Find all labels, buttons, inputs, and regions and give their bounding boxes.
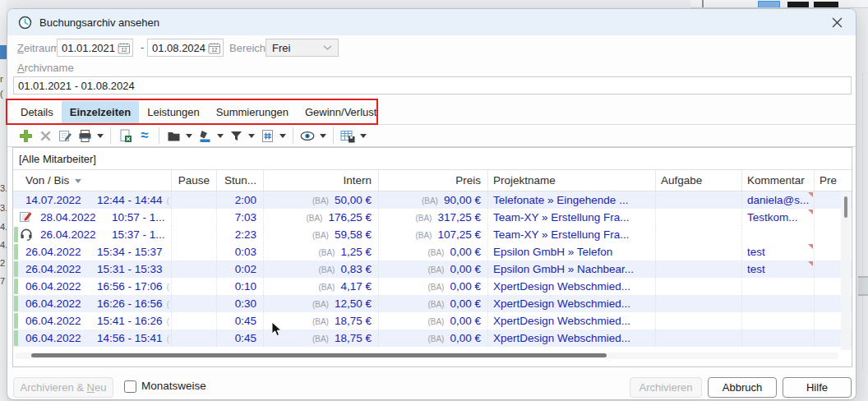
highlight-dropdown-icon[interactable] bbox=[215, 127, 226, 145]
employee-filter-label: [Alle Mitarbeiter] bbox=[13, 148, 852, 170]
eye-dropdown-icon[interactable] bbox=[317, 127, 329, 145]
cell-pause bbox=[172, 226, 217, 243]
cell-projektname: Epsilon GmbH » Telefon bbox=[488, 243, 656, 260]
title-bar[interactable]: Buchungsarchiv ansehen bbox=[7, 9, 856, 35]
column-header-pause[interactable]: Pause bbox=[172, 170, 217, 191]
cell-kommentar bbox=[742, 295, 815, 312]
close-icon[interactable] bbox=[831, 16, 843, 29]
background-text-fragment: 4. bbox=[0, 240, 7, 250]
help-button[interactable]: Hilfe bbox=[783, 377, 852, 398]
cell-von-bis: 14.07.202212:44 - 14:44( bbox=[13, 191, 172, 209]
tab-bar: Details Einzelzeiten Leistungen Summieru… bbox=[12, 101, 385, 124]
date-from-input[interactable] bbox=[58, 42, 116, 54]
archive-button[interactable]: Archivieren bbox=[630, 377, 702, 398]
cell-preis: (BA)107,25 € bbox=[379, 226, 488, 243]
calendar-icon[interactable]: 12 bbox=[206, 39, 223, 56]
zeitraum-label: Zeitraum bbox=[17, 42, 59, 54]
dialog-buchungsarchiv-ansehen: Buchungsarchiv ansehen Zeitraum 12 - 12 … bbox=[7, 8, 856, 400]
cell-aufgabe bbox=[656, 243, 742, 260]
monatsweise-checkbox[interactable] bbox=[124, 380, 136, 393]
folder-icon[interactable] bbox=[164, 127, 183, 145]
excel-export-icon[interactable] bbox=[115, 127, 135, 145]
cell-projektname: XpertDesign Webschmied... bbox=[488, 312, 656, 330]
cell-preis: (BA)0,00 € bbox=[379, 295, 488, 312]
table-header-row: Von / Bis Pause Stun... Intern Preis Pro… bbox=[13, 170, 852, 191]
table-row[interactable]: 06.04.202216:56 - 17:06( 0:10 (BA)4,17 €… bbox=[13, 278, 852, 295]
table-row[interactable]: 26.04.202215:37 - 1... 2:23 (BA)59,58 € … bbox=[13, 226, 852, 243]
cell-stunden: 0:45 bbox=[217, 330, 264, 347]
column-header-aufgabe[interactable]: Aufgabe bbox=[656, 170, 742, 191]
archive-and-new-button[interactable]: Archivieren & Neu bbox=[13, 377, 113, 398]
toolbar-separator bbox=[293, 127, 293, 144]
vertical-scrollbar[interactable] bbox=[841, 191, 851, 350]
date-to-input[interactable] bbox=[148, 42, 206, 54]
add-icon[interactable] bbox=[16, 127, 35, 145]
cell-projektname: Team-XY » Erstellung Fra... bbox=[488, 226, 656, 243]
print-dropdown-icon[interactable] bbox=[95, 127, 106, 145]
background-text-fragment: 4. bbox=[0, 222, 7, 232]
tab-summierungen[interactable]: Summierungen bbox=[208, 101, 297, 124]
table-row[interactable]: 06.04.202214:56 - 15:41( 0:45 (BA)18,75 … bbox=[13, 330, 852, 347]
number-format-dropdown-icon[interactable] bbox=[277, 127, 289, 145]
table-save-icon[interactable] bbox=[338, 127, 358, 145]
column-header-intern[interactable]: Intern bbox=[264, 170, 379, 191]
tab-leistungen[interactable]: Leistungen bbox=[139, 101, 208, 124]
bereich-select[interactable]: Frei bbox=[265, 39, 339, 57]
cancel-button[interactable]: Abbruch bbox=[708, 377, 777, 398]
print-icon[interactable] bbox=[75, 127, 95, 145]
tab-einzelzeiten[interactable]: Einzelzeiten bbox=[62, 101, 139, 124]
edit-icon[interactable] bbox=[55, 127, 75, 145]
cell-stunden: 2:23 bbox=[217, 226, 264, 243]
background-grid-line bbox=[862, 74, 864, 370]
tab-details[interactable]: Details bbox=[12, 101, 62, 124]
cell-stunden: 0:30 bbox=[217, 295, 264, 312]
cell-intern: (BA)0,83 € bbox=[264, 260, 379, 278]
date-from-field[interactable]: 12 bbox=[57, 39, 133, 57]
folder-dropdown-icon[interactable] bbox=[183, 127, 195, 145]
column-header-von-bis[interactable]: Von / Bis bbox=[13, 170, 172, 191]
table-row[interactable]: 06.04.202215:41 - 16:26( 0:45 (BA)18,75 … bbox=[13, 312, 852, 330]
background-text-fragment: ( bbox=[0, 89, 3, 99]
cell-aufgabe bbox=[656, 312, 742, 330]
tab-gewinn-verlust[interactable]: Gewinn/Verlust bbox=[297, 101, 385, 124]
table-row[interactable]: 14.07.202212:44 - 14:44( 2:00 (BA)50,00 … bbox=[13, 191, 852, 209]
filter-icon[interactable] bbox=[226, 127, 246, 145]
column-header-preis-2[interactable]: Pre bbox=[815, 170, 842, 191]
number-format-icon[interactable] bbox=[257, 127, 277, 145]
date-to-field[interactable]: 12 bbox=[147, 39, 224, 57]
approx-icon[interactable]: ≈ bbox=[135, 127, 155, 145]
background-toolbar-button-fragment bbox=[758, 1, 780, 8]
table-row[interactable]: 28.04.202210:57 - 1... 7:03 (BA)176,25 €… bbox=[13, 209, 852, 226]
cell-intern: (BA)176,25 € bbox=[264, 209, 379, 226]
toolbar: ≈ bbox=[7, 124, 856, 147]
cell-pause bbox=[172, 295, 217, 312]
column-header-kommentar[interactable]: Kommentar bbox=[742, 170, 815, 191]
column-header-preis[interactable]: Preis bbox=[379, 170, 488, 191]
cell-aufgabe bbox=[656, 191, 742, 209]
background-separator bbox=[702, 0, 704, 7]
highlight-color-icon[interactable] bbox=[195, 127, 215, 145]
cell-kommentar bbox=[742, 312, 815, 330]
column-header-projektname[interactable]: Projektname bbox=[488, 170, 656, 191]
table-row[interactable]: 06.04.202216:26 - 16:56( 0:30 (BA)12,50 … bbox=[13, 295, 852, 312]
horizontal-scrollbar-thumb[interactable] bbox=[31, 353, 607, 357]
cell-projektname: XpertDesign Webschmied... bbox=[488, 330, 656, 347]
cell-pause bbox=[172, 191, 217, 209]
archivname-input[interactable] bbox=[13, 76, 852, 94]
cell-preis-2 bbox=[815, 260, 842, 278]
delete-icon[interactable] bbox=[35, 127, 55, 145]
filter-dropdown-icon[interactable] bbox=[246, 127, 257, 145]
table-row[interactable]: 26.04.202215:31 - 15:33 0:02 (BA)0,83 € … bbox=[13, 260, 852, 278]
calendar-icon[interactable]: 12 bbox=[116, 39, 132, 56]
cell-von-bis: 26.04.202215:34 - 15:37 bbox=[13, 243, 172, 260]
cell-pause bbox=[172, 278, 217, 295]
table-save-dropdown-icon[interactable] bbox=[358, 127, 369, 145]
vertical-scrollbar-thumb[interactable] bbox=[844, 196, 847, 218]
table-row[interactable]: 26.04.202215:34 - 15:37 0:03 (BA)1,25 € … bbox=[13, 243, 852, 260]
column-header-stunden[interactable]: Stun... bbox=[217, 170, 264, 191]
eye-icon[interactable] bbox=[298, 127, 317, 145]
cell-stunden: 0:45 bbox=[217, 312, 264, 330]
horizontal-scrollbar[interactable] bbox=[15, 353, 838, 359]
cell-stunden: 0:10 bbox=[217, 278, 264, 295]
cell-kommentar bbox=[742, 226, 815, 243]
